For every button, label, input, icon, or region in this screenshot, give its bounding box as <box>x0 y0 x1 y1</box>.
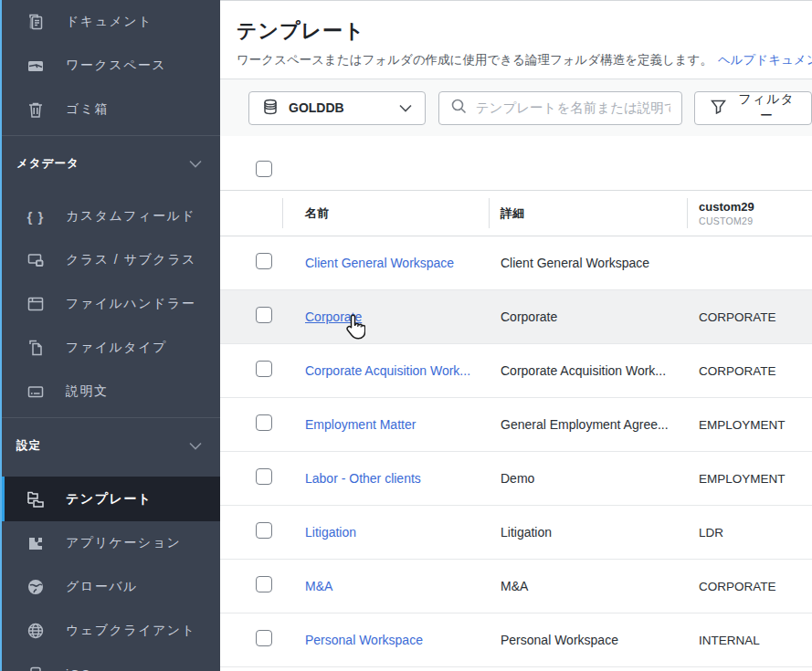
description-icon <box>26 382 46 402</box>
section-label: メタデータ <box>16 156 79 172</box>
sidebar-item-custom-fields[interactable]: { } カスタムフィールド <box>0 194 220 238</box>
sidebar-item-templates[interactable]: テンプレート <box>0 477 220 521</box>
template-detail: Client General Workspace <box>489 256 687 270</box>
documents-icon <box>26 12 46 32</box>
applications-icon <box>26 533 46 553</box>
template-name-link[interactable]: Corporate Acquisition Work... <box>305 363 470 378</box>
class-subclass-icon <box>26 250 46 270</box>
sidebar-divider <box>0 417 220 418</box>
table-row[interactable]: Client General Workspace Client General … <box>220 236 812 290</box>
template-custom29: CORPORATE <box>687 310 812 324</box>
sidebar-item-workspaces[interactable]: ワークスペース <box>0 44 220 88</box>
chevron-down-icon <box>189 160 202 168</box>
sidebar-item-web-client[interactable]: ウェブクライアント <box>0 609 220 653</box>
sidebar-item-label: テンプレート <box>66 491 153 508</box>
template-custom29: INTERNAL <box>687 634 812 647</box>
sidebar-item-label: ドキュメント <box>66 14 153 30</box>
template-custom29: CORPORATE <box>687 580 812 593</box>
template-custom29: LDR <box>687 526 812 540</box>
table-row[interactable]: M&A M&A CORPORATE <box>220 560 812 613</box>
row-checkbox[interactable] <box>256 522 272 539</box>
database-selector[interactable]: GOLDDB <box>248 91 426 125</box>
template-detail: Demo <box>489 471 687 486</box>
database-icon <box>262 99 279 118</box>
template-name-link[interactable]: Labor - Other clients <box>305 471 421 486</box>
select-all-row <box>256 161 812 177</box>
main-content: テンプレート ワークスペースまたはフォルダの作成に使用できる論理フォルダ構造を定… <box>220 0 812 671</box>
row-checkbox[interactable] <box>256 361 272 377</box>
search-input[interactable] <box>476 100 671 115</box>
section-label: 設定 <box>16 438 41 454</box>
header-cell-detail[interactable]: 詳細 <box>489 191 687 236</box>
sidebar-item-class-subclass[interactable]: クラス / サブクラス <box>0 238 220 282</box>
toolbar: GOLDDB フィルター <box>220 79 812 136</box>
row-checkbox[interactable] <box>256 630 272 646</box>
chevron-down-icon <box>189 442 202 450</box>
template-name-link[interactable]: M&A <box>305 579 332 593</box>
table-row[interactable]: Labor - Other clients Demo EMPLOYMENT <box>220 452 812 506</box>
sidebar-section-metadata[interactable]: メタデータ <box>0 143 220 183</box>
sidebar-item-label: ゴミ箱 <box>66 101 109 118</box>
sidebar-item-documents[interactable]: ドキュメント <box>0 0 220 44</box>
chevron-down-icon <box>399 101 412 115</box>
sidebar-item-global[interactable]: グローバル <box>0 565 220 609</box>
table-row[interactable]: Personal Workspace Personal Workspace IN… <box>220 613 812 667</box>
row-checkbox[interactable] <box>256 414 272 431</box>
sidebar-item-label: アプリケーション <box>66 535 181 551</box>
workspaces-icon <box>26 56 46 76</box>
filter-button[interactable]: フィルター <box>694 91 812 125</box>
sidebar-item-label: ファイルタイプ <box>66 340 167 356</box>
sidebar-item-label: ファイルハンドラー <box>66 296 195 312</box>
header-cell-name[interactable]: 名前 <box>282 191 489 236</box>
row-checkbox[interactable] <box>256 307 272 323</box>
template-custom29: EMPLOYMENT <box>687 418 812 432</box>
web-client-icon <box>26 621 46 641</box>
header-cell-custom29[interactable]: custom29 CUSTOM29 <box>687 191 812 236</box>
search-box <box>438 91 683 125</box>
sidebar-item-file-handler[interactable]: ファイルハンドラー <box>0 282 220 326</box>
page-header: テンプレート ワークスペースまたはフォルダの作成に使用できる論理フォルダ構造を定… <box>220 1 812 68</box>
template-name-link[interactable]: Client General Workspace <box>305 256 454 270</box>
filter-icon <box>711 100 726 117</box>
templates-icon <box>26 489 46 509</box>
template-name-link[interactable]: Litigation <box>305 525 356 540</box>
template-detail: Corporate Acquisition Work... <box>489 363 687 378</box>
row-checkbox[interactable] <box>256 253 272 269</box>
database-selector-value: GOLDDB <box>289 100 344 115</box>
sidebar-section-settings[interactable]: 設定 <box>0 425 220 466</box>
sidebar-item-description[interactable]: 説明文 <box>0 370 220 414</box>
help-doc-link[interactable]: ヘルプドキュメント <box>718 53 812 67</box>
sidebar-item-file-type[interactable]: ファイルタイプ <box>0 326 220 370</box>
sidebar-item-label: iOS <box>66 667 91 671</box>
sidebar-item-ios[interactable]: iOS <box>0 653 220 671</box>
file-type-icon <box>26 338 46 358</box>
filter-button-label: フィルター <box>737 91 796 124</box>
template-name-link[interactable]: Corporate <box>305 309 362 324</box>
sidebar-item-label: 説明文 <box>66 383 109 400</box>
template-detail: General Employment Agree... <box>489 417 687 432</box>
table-row[interactable]: Corporate Corporate CORPORATE <box>220 290 812 344</box>
metadata-group: { } カスタムフィールド クラス / サブクラス ファイルハンドラー <box>0 194 220 414</box>
select-all-checkbox[interactable] <box>256 161 272 177</box>
table-row[interactable]: Employment Matter General Employment Agr… <box>220 398 812 452</box>
trash-icon <box>26 100 46 120</box>
sidebar-item-applications[interactable]: アプリケーション <box>0 521 220 565</box>
sidebar-divider <box>0 135 220 136</box>
table-row[interactable]: Corporate Acquisition Work... Corporate … <box>220 344 812 398</box>
sidebar-item-label: ウェブクライアント <box>66 623 195 639</box>
sidebar-item-label: カスタムフィールド <box>66 208 195 225</box>
table-row[interactable]: Litigation Litigation LDR <box>220 506 812 560</box>
template-detail: Personal Workspace <box>489 633 687 647</box>
template-name-link[interactable]: Employment Matter <box>305 417 416 432</box>
table-header: 名前 詳細 custom29 CUSTOM29 <box>220 190 812 236</box>
template-name-link[interactable]: Personal Workspace <box>305 633 423 647</box>
custom-fields-icon: { } <box>26 206 46 226</box>
row-checkbox[interactable] <box>256 468 272 485</box>
ios-icon <box>26 665 46 671</box>
sidebar-item-trash[interactable]: ゴミ箱 <box>0 88 220 131</box>
subtitle-text: ワークスペースまたはフォルダの作成に使用できる論理フォルダ構造を定義します。 <box>237 53 712 67</box>
sidebar-item-label: グローバル <box>66 579 138 595</box>
row-checkbox[interactable] <box>256 576 272 592</box>
templates-table: 名前 詳細 custom29 CUSTOM29 Client General W… <box>220 190 812 667</box>
template-custom29: EMPLOYMENT <box>687 472 812 486</box>
